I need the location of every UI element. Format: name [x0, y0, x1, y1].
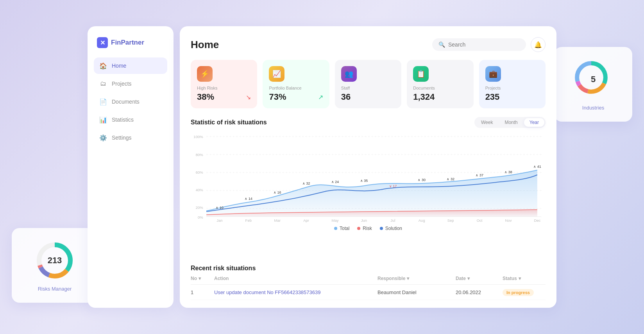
legend-total-dot [334, 227, 337, 230]
svg-text:∧ 32: ∧ 32 [302, 181, 310, 185]
industries-donut: 5 [572, 58, 615, 101]
projects-icon: 🗂 [99, 80, 107, 88]
search-input[interactable] [448, 41, 520, 48]
svg-text:May: May [332, 219, 339, 223]
portfolio-trend: ↗ [318, 93, 323, 101]
sidebar-item-home-label: Home [112, 63, 126, 69]
legend-solution-dot [380, 227, 383, 230]
metric-cards: ⚡ High Risks 38% ↘ 📈 Portfolio Balance 7… [191, 60, 546, 108]
legend-risk-dot [357, 227, 360, 230]
documents-metric-label: Documents [413, 86, 467, 90]
svg-text:Mar: Mar [274, 219, 281, 223]
logo: ✕ FinPartner [94, 37, 167, 57]
svg-text:Dec: Dec [534, 219, 540, 223]
sidebar-item-documents-label: Documents [112, 99, 140, 105]
home-icon: 🏠 [99, 62, 107, 70]
svg-text:∧ 41: ∧ 41 [533, 165, 541, 169]
search-icon: 🔍 [438, 41, 445, 48]
documents-metric-icon: 📋 [413, 66, 429, 82]
th-action: Action [214, 276, 377, 281]
bell-button[interactable]: 🔔 [531, 37, 546, 52]
high-risks-value-row: 38% ↘ [197, 92, 251, 102]
time-btn-year[interactable]: Year [524, 118, 544, 127]
svg-text:Feb: Feb [245, 219, 252, 223]
sidebar: ✕ FinPartner 🏠 Home 🗂 Projects 📄 Documen… [88, 26, 174, 308]
legend-risk: Risk [357, 226, 372, 231]
sidebar-item-home[interactable]: 🏠 Home [94, 57, 167, 74]
svg-text:∧ 24: ∧ 24 [331, 180, 339, 184]
industries-label: Industries [582, 105, 604, 111]
legend-total-label: Total [340, 226, 349, 231]
chart-area: 100% 80% 60% 40% 20% 0% Jan Feb [191, 133, 546, 223]
documents-value: 1,324 [413, 92, 435, 102]
svg-text:80%: 80% [196, 153, 203, 157]
staff-icon: 👥 [341, 66, 357, 82]
time-btn-month[interactable]: Month [499, 118, 523, 127]
svg-text:∧ 35: ∧ 35 [360, 179, 368, 183]
projects-metric-icon: 💼 [485, 66, 501, 82]
svg-text:∨ 17: ∨ 17 [389, 184, 397, 188]
risks-manager-donut: 213 [33, 239, 76, 282]
chart-header: Statistic of risk situations Week Month … [191, 117, 546, 128]
th-no: No ▾ [191, 276, 214, 281]
svg-text:60%: 60% [196, 171, 203, 174]
svg-text:∧ 38: ∧ 38 [504, 170, 512, 174]
sidebar-item-statistics-label: Statistics [112, 117, 134, 123]
th-responsible: Responsible ▾ [377, 276, 456, 281]
th-status: Status ▾ [503, 276, 546, 281]
settings-icon: ⚙️ [99, 134, 107, 142]
svg-text:0%: 0% [198, 215, 203, 219]
app-wrapper: ✕ FinPartner 🏠 Home 🗂 Projects 📄 Documen… [88, 26, 556, 308]
legend-solution-label: Solution [385, 226, 402, 231]
industries-value: 5 [591, 74, 596, 84]
sidebar-item-statistics[interactable]: 📊 Statistics [94, 111, 167, 128]
high-risks-value: 38% [197, 92, 214, 102]
chart-legend: Total Risk Solution [191, 226, 546, 231]
svg-text:∧ 30: ∧ 30 [418, 178, 426, 182]
svg-text:Nov: Nov [505, 219, 512, 223]
sidebar-item-projects[interactable]: 🗂 Projects [94, 75, 167, 92]
svg-text:∧ 37: ∧ 37 [476, 173, 483, 177]
projects-value-row: 235 [485, 92, 539, 102]
staff-value-row: 36 [341, 92, 395, 102]
svg-text:∧ 14: ∧ 14 [245, 197, 252, 201]
chart-section: Statistic of risk situations Week Month … [191, 117, 546, 259]
td-action-1[interactable]: User update document No FF56642338573639 [214, 289, 377, 295]
td-status-1: In progress [503, 289, 546, 296]
sidebar-item-documents[interactable]: 📄 Documents [94, 93, 167, 110]
staff-label: Staff [341, 86, 395, 90]
projects-metric-label: Projects [485, 86, 539, 90]
svg-text:∧ 16: ∧ 16 [274, 190, 281, 194]
industries-card: 5 Industries [554, 47, 632, 122]
status-badge-1: In progress [503, 289, 534, 296]
sidebar-item-settings-label: Settings [112, 135, 132, 141]
sidebar-item-settings[interactable]: ⚙️ Settings [94, 129, 167, 146]
svg-text:Apr: Apr [303, 219, 309, 223]
logo-icon: ✕ [97, 37, 108, 48]
svg-text:40%: 40% [196, 188, 203, 192]
high-risks-label: High Risks [197, 86, 251, 90]
risks-manager-value: 213 [48, 255, 62, 266]
table-header: No ▾ Action Responsible ▾ Date ▾ Status … [191, 276, 546, 285]
table-title: Recent risk situations [191, 265, 546, 272]
td-no-1: 1 [191, 289, 214, 295]
table-section: Recent risk situations No ▾ Action Respo… [191, 265, 546, 300]
legend-solution: Solution [380, 226, 402, 231]
time-filters: Week Month Year [474, 117, 546, 128]
main-content: Home 🔍 🔔 ⚡ High Risks 38% ↘ 📈 [180, 26, 556, 308]
td-responsible-1: Beaumont Daniel [377, 289, 456, 295]
portfolio-value-row: 73% ↗ [269, 92, 323, 102]
svg-text:Jan: Jan [216, 219, 222, 223]
portfolio-label: Portfolio Balance [269, 86, 323, 90]
svg-text:Aug: Aug [419, 219, 425, 223]
statistics-icon: 📊 [99, 116, 107, 124]
header-right: 🔍 🔔 [432, 37, 546, 52]
metric-card-high-risks: ⚡ High Risks 38% ↘ [191, 60, 257, 108]
risks-manager-card: 213 Risks Manager [12, 228, 98, 303]
svg-text:∧ 10: ∧ 10 [216, 206, 224, 210]
search-box[interactable]: 🔍 [432, 38, 526, 51]
svg-text:Jul: Jul [390, 219, 395, 223]
high-risks-trend: ↘ [246, 93, 251, 101]
time-btn-week[interactable]: Week [476, 118, 498, 127]
page-title: Home [191, 39, 219, 51]
